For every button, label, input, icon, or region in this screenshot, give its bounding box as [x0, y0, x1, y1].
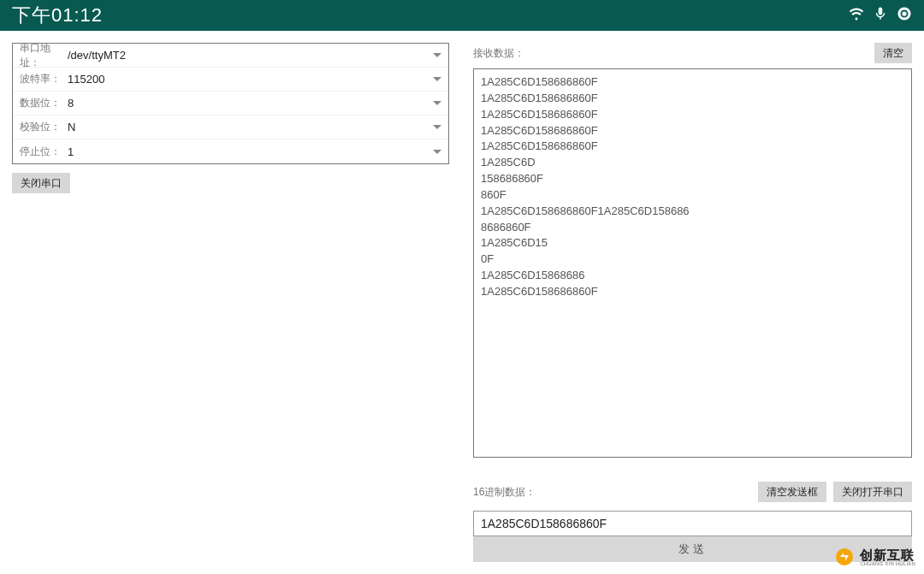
clear-recv-button[interactable]: 清空 [874, 43, 912, 63]
clear-send-button[interactable]: 清空发送框 [758, 482, 826, 502]
parity-row[interactable]: 校验位： N [13, 115, 448, 139]
right-pane: 接收数据： 清空 1A285C6D158686860F 1A285C6D1586… [461, 31, 924, 574]
baud-rate-value: 115200 [68, 73, 433, 86]
data-bits-label: 数据位： [20, 96, 68, 110]
wifi-icon [849, 4, 864, 27]
baud-rate-label: 波特率： [20, 72, 68, 86]
stop-bits-row[interactable]: 停止位： 1 [13, 139, 448, 163]
port-address-value: /dev/ttyMT2 [68, 49, 433, 62]
hex-send-input[interactable] [481, 517, 904, 530]
status-icons [849, 4, 912, 27]
send-header: 16进制数据： 清空发送框 关闭打开串口 [473, 482, 912, 502]
clock-time: 下午01:12 [12, 3, 103, 28]
parity-value: N [68, 121, 433, 133]
data-bits-row[interactable]: 数据位： 8 [13, 92, 448, 115]
port-address-label: 串口地址： [20, 41, 68, 70]
close-port-button[interactable]: 关闭串口 [12, 173, 70, 193]
camera-icon [897, 4, 912, 27]
send-button[interactable]: 发送 [473, 536, 912, 562]
baud-rate-row[interactable]: 波特率： 115200 [13, 68, 448, 92]
android-status-bar: 下午01:12 [0, 0, 924, 31]
chevron-down-icon [433, 125, 441, 129]
recv-label: 接收数据： [473, 46, 524, 61]
port-address-row[interactable]: 串口地址： /dev/ttyMT2 [13, 44, 448, 68]
main-content: 串口地址： /dev/ttyMT2 波特率： 115200 数据位： 8 校验位… [0, 31, 924, 574]
recv-data-box: 1A285C6D158686860F 1A285C6D158686860F 1A… [473, 68, 912, 458]
data-bits-value: 8 [68, 97, 433, 109]
chevron-down-icon [433, 150, 441, 154]
toggle-port-button[interactable]: 关闭打开串口 [833, 482, 912, 502]
left-pane: 串口地址： /dev/ttyMT2 波特率： 115200 数据位： 8 校验位… [0, 31, 461, 574]
parity-label: 校验位： [20, 120, 68, 134]
stop-bits-value: 1 [68, 145, 433, 158]
send-label: 16进制数据： [473, 485, 536, 500]
chevron-down-icon [433, 53, 441, 57]
chevron-down-icon [433, 101, 441, 105]
chevron-down-icon [433, 77, 441, 81]
mic-icon [873, 4, 888, 27]
send-input-wrap[interactable] [473, 511, 912, 536]
stop-bits-label: 停止位： [20, 145, 68, 159]
serial-config-box: 串口地址： /dev/ttyMT2 波特率： 115200 数据位： 8 校验位… [12, 43, 449, 164]
recv-header: 接收数据： 清空 [473, 43, 912, 63]
